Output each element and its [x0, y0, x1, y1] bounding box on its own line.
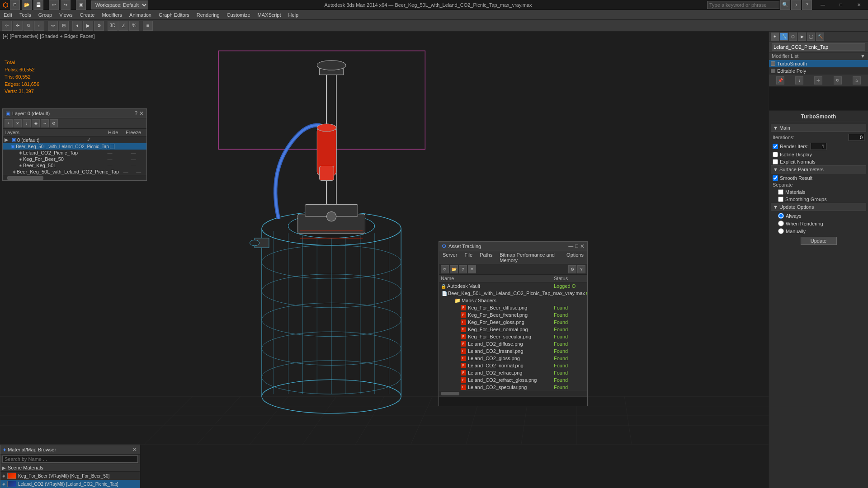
- snap-percent-btn[interactable]: %: [129, 21, 139, 31]
- layer-item[interactable]: ◈ Beer_Keg_50L_with_Leland_CO2_Picnic_Ta…: [3, 169, 146, 175]
- asset-menu-bitmap[interactable]: Bitmap Performance and Memory: [496, 251, 563, 264]
- manually-radio[interactable]: [778, 228, 784, 234]
- mat-browser-close-btn[interactable]: ✕: [132, 446, 137, 453]
- menu-help[interactable]: Help: [285, 11, 302, 19]
- asset-view-btn[interactable]: ≡: [468, 265, 476, 273]
- render-preview-btn[interactable]: ▣: [76, 0, 86, 10]
- layer-manager-btn[interactable]: ≡: [143, 21, 153, 31]
- asset-item[interactable]: P Keg_For_Beer_specular.png Found: [439, 333, 587, 340]
- mat-item[interactable]: ◈ Keg_For_Beer (VRayMtl) [Keg_For_Beer_5…: [0, 472, 140, 480]
- layer-item[interactable]: ◈ Beer_Keg_50L — —: [3, 162, 146, 169]
- layers-new-btn[interactable]: +: [5, 119, 13, 127]
- display-tab[interactable]: ◯: [807, 33, 815, 41]
- hierarchy-tab[interactable]: ⬡: [789, 33, 797, 41]
- menu-modifiers[interactable]: Modifiers: [98, 11, 126, 19]
- menu-animation[interactable]: Animation: [126, 11, 155, 19]
- snap-3d-btn[interactable]: 3D: [108, 21, 118, 31]
- modifier-item-editable-poly[interactable]: Editable Poly: [769, 67, 868, 75]
- asset-item[interactable]: P Keg_For_Beer_fresnel.png Found: [439, 311, 587, 319]
- mirror-btn[interactable]: ⇔: [48, 21, 58, 31]
- layers-select-btn[interactable]: ◈: [32, 119, 40, 127]
- layer-item[interactable]: ▣ Beer_Keg_50L_with_Leland_CO2_Picnic_Ta…: [3, 143, 146, 150]
- mod-scale-btn[interactable]: ⌂: [853, 76, 861, 84]
- when-rendering-radio[interactable]: [778, 221, 784, 226]
- modifier-list-arrow[interactable]: ▼: [860, 53, 865, 59]
- create-tab[interactable]: ✦: [771, 33, 779, 41]
- asset-item[interactable]: P Keg_For_Beer_normal.png Found: [439, 326, 587, 333]
- asset-browse-btn[interactable]: 📂: [450, 265, 458, 273]
- asset-item[interactable]: P Leland_CO2_normal.png Found: [439, 362, 587, 369]
- render-setup-btn[interactable]: ⚙: [94, 21, 104, 31]
- asset-item[interactable]: P Leland_CO2_refract_gloss.png Found: [439, 376, 587, 384]
- asset-item[interactable]: P Leland_CO2_specular.png Found: [439, 384, 587, 391]
- viewport[interactable]: [+] [Perspective] [Shaded + Edged Faces]…: [0, 32, 769, 488]
- move-btn[interactable]: ✛: [13, 21, 23, 31]
- menu-views[interactable]: Views: [56, 11, 76, 19]
- render-iters-input[interactable]: [811, 143, 826, 150]
- menu-maxscript[interactable]: MAXScript: [254, 11, 285, 19]
- maximize-btn[interactable]: □: [832, 0, 850, 10]
- layer-item[interactable]: ◈ Leland_CO2_Picnic_Tap — —: [3, 150, 146, 156]
- asset-item[interactable]: P Leland_CO2_refract.png Found: [439, 369, 587, 376]
- menu-rendering[interactable]: Rendering: [193, 11, 223, 19]
- layers-help-btn[interactable]: ?: [135, 110, 137, 117]
- asset-item[interactable]: P Leland_CO2_fresnel.png Found: [439, 347, 587, 355]
- asset-restore-btn[interactable]: □: [575, 243, 578, 249]
- search-next-btn[interactable]: ⟩: [791, 0, 801, 10]
- asset-path-input[interactable]: [439, 397, 587, 406]
- asset-item[interactable]: P Leland_CO2_diffuse.png Found: [439, 340, 587, 347]
- mat-item[interactable]: ◈ Leland_CO2 (VRayMtl) [Leland_CO2_Picni…: [0, 480, 140, 488]
- material-browser-title-bar[interactable]: ♦ Material/Map Browser ✕: [0, 445, 140, 455]
- isoline-checkbox[interactable]: [773, 152, 778, 157]
- mod-select-btn[interactable]: ↓: [795, 76, 803, 84]
- open-btn[interactable]: 📂: [22, 0, 32, 10]
- asset-scrollbar-h[interactable]: [439, 391, 587, 396]
- utilities-tab[interactable]: 🔨: [816, 33, 824, 41]
- asset-refresh-btn[interactable]: ↻: [441, 265, 449, 273]
- scale-btn[interactable]: ⌂: [34, 21, 44, 31]
- always-radio[interactable]: [778, 213, 784, 219]
- explicit-normals-checkbox[interactable]: [773, 159, 778, 164]
- mat-section-header[interactable]: ▶ Scene Materials: [0, 464, 140, 472]
- search-btn[interactable]: 🔍: [780, 0, 790, 10]
- modifier-name-field[interactable]: [772, 43, 865, 51]
- asset-item[interactable]: P Keg_For_Beer_gloss.png Found: [439, 319, 587, 326]
- render-btn[interactable]: ▶: [83, 21, 93, 31]
- asset-item[interactable]: 🔒 Autodesk Vault Logged O: [439, 282, 587, 290]
- mod-pin-btn[interactable]: 📌: [776, 76, 784, 84]
- layers-add-btn[interactable]: ↓: [23, 119, 31, 127]
- close-btn[interactable]: ✕: [850, 0, 868, 10]
- align-btn[interactable]: ⊟: [59, 21, 69, 31]
- help-options-btn[interactable]: ?: [802, 0, 812, 10]
- menu-group[interactable]: Group: [35, 11, 56, 19]
- mod-rotate-btn[interactable]: ↻: [834, 76, 842, 84]
- update-options-header[interactable]: ▼ Update Options: [771, 203, 866, 211]
- asset-menu-paths[interactable]: Paths: [476, 251, 496, 264]
- snap-angle-btn[interactable]: ∠: [118, 21, 128, 31]
- smooth-result-checkbox[interactable]: [773, 175, 778, 181]
- layers-settings-btn[interactable]: ⚙: [50, 119, 58, 127]
- select-btn[interactable]: ⊹: [2, 21, 12, 31]
- layer-item[interactable]: ◈ Keg_For_Beer_50 — —: [3, 156, 146, 162]
- mod-move-btn[interactable]: ✛: [814, 76, 822, 84]
- asset-menu-options[interactable]: Options: [563, 251, 587, 264]
- menu-tools[interactable]: Tools: [16, 11, 35, 19]
- menu-graph-editors[interactable]: Graph Editors: [155, 11, 193, 19]
- asset-item[interactable]: P Leland_CO2_gloss.png Found: [439, 355, 587, 362]
- layers-delete-btn[interactable]: ✕: [14, 119, 22, 127]
- motion-tab[interactable]: ▶: [798, 33, 806, 41]
- minimize-btn[interactable]: —: [814, 0, 832, 10]
- main-section-header[interactable]: ▼ Main: [771, 124, 866, 132]
- layers-title-bar[interactable]: ▣ Layer: 0 (default) ? ✕: [3, 109, 146, 118]
- asset-missing-btn[interactable]: ?: [459, 265, 467, 273]
- asset-title-bar[interactable]: ⚙ Asset Tracking — □ ✕: [439, 242, 587, 251]
- layers-move-btn[interactable]: →: [41, 119, 49, 127]
- menu-create[interactable]: Create: [76, 11, 98, 19]
- new-btn[interactable]: 🗋: [10, 0, 20, 10]
- surface-params-header[interactable]: ▼ Surface Parameters: [771, 165, 866, 174]
- workspace-dropdown[interactable]: Workspace: DefaultWorkspace: Default: [91, 0, 148, 9]
- asset-menu-server[interactable]: Server: [439, 251, 461, 264]
- asset-close-btn[interactable]: ✕: [580, 243, 585, 249]
- asset-minimize-btn[interactable]: —: [568, 243, 573, 249]
- asset-menu-file[interactable]: File: [461, 251, 476, 264]
